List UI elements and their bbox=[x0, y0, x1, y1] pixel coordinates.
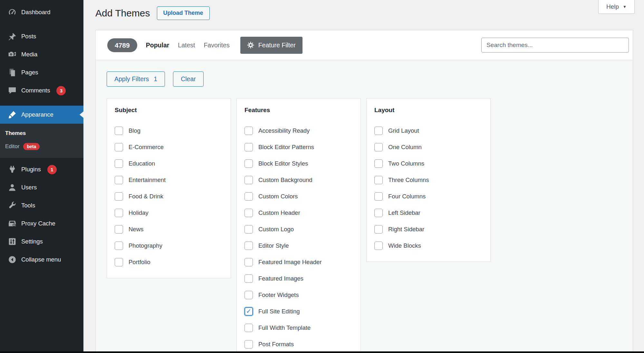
filter-option-label[interactable]: Custom Logo bbox=[258, 226, 294, 233]
sidebar-item-settings[interactable]: Settings bbox=[0, 233, 83, 251]
sidebar-item-comments[interactable]: Comments 3 bbox=[0, 81, 83, 100]
sidebar-item-users[interactable]: Users bbox=[0, 178, 83, 196]
filter-option-custom-logo: Custom Logo bbox=[245, 221, 353, 237]
filter-option-label[interactable]: Photography bbox=[129, 242, 162, 249]
filter-option-label[interactable]: Left Sidebar bbox=[388, 209, 420, 216]
filter-option-label[interactable]: Full Width Template bbox=[258, 324, 311, 331]
notification-badge: 3 bbox=[56, 86, 66, 95]
clear-filters-button[interactable]: Clear bbox=[173, 72, 204, 87]
filter-option-label[interactable]: Custom Header bbox=[258, 209, 300, 216]
user-icon bbox=[8, 183, 16, 192]
checkbox[interactable] bbox=[115, 258, 123, 266]
filter-option-label[interactable]: Post Formats bbox=[258, 341, 294, 348]
filter-option-label[interactable]: Food & Drink bbox=[129, 193, 163, 200]
checkbox[interactable] bbox=[374, 176, 383, 184]
search-themes-input[interactable] bbox=[481, 38, 629, 52]
checkbox[interactable] bbox=[245, 324, 253, 332]
filter-option-label[interactable]: Blog bbox=[129, 127, 140, 134]
sidebar-item-appearance[interactable]: Appearance bbox=[0, 106, 83, 124]
sidebar-subitem-editor[interactable]: Editor beta bbox=[0, 140, 83, 153]
filter-groups: Subject Blog E-Commerce Education Entert… bbox=[107, 98, 622, 353]
checkbox[interactable] bbox=[245, 176, 253, 184]
sidebar-item-dashboard[interactable]: Dashboard bbox=[0, 3, 83, 21]
filter-link-favorites[interactable]: Favorites bbox=[204, 42, 229, 49]
filter-option-label[interactable]: Two Columns bbox=[388, 160, 424, 167]
checkbox[interactable] bbox=[374, 209, 383, 217]
filter-option-label[interactable]: Block Editor Styles bbox=[258, 160, 308, 167]
sidebar-item-pages[interactable]: Pages bbox=[0, 63, 83, 81]
checkbox[interactable] bbox=[245, 209, 253, 217]
filter-option-label[interactable]: Footer Widgets bbox=[258, 291, 299, 299]
gear-icon bbox=[247, 42, 254, 49]
plug-icon bbox=[8, 165, 16, 174]
checkbox[interactable] bbox=[245, 127, 253, 135]
filter-option-label[interactable]: Four Columns bbox=[388, 193, 426, 200]
filter-drawer: Apply Filters 1 Clear Subject Blog E-Com… bbox=[96, 60, 633, 353]
checkbox[interactable] bbox=[374, 127, 383, 135]
filter-option-label[interactable]: Entertainment bbox=[129, 176, 166, 184]
filter-option-custom-header: Custom Header bbox=[245, 205, 353, 221]
filter-option-label[interactable]: Right Sidebar bbox=[388, 226, 424, 233]
checkbox[interactable] bbox=[115, 176, 123, 184]
sidebar-item-tools[interactable]: Tools bbox=[0, 196, 83, 215]
filter-option-label[interactable]: Custom Background bbox=[258, 176, 312, 184]
filter-option-custom-background: Custom Background bbox=[245, 172, 353, 188]
checkbox[interactable] bbox=[374, 225, 383, 234]
checkbox[interactable] bbox=[115, 192, 123, 201]
filter-option-label[interactable]: Education bbox=[129, 160, 155, 167]
checkbox[interactable] bbox=[245, 242, 253, 250]
filter-option-label[interactable]: Featured Images bbox=[258, 275, 303, 282]
checkbox[interactable] bbox=[245, 258, 253, 266]
filter-option-label[interactable]: Custom Colors bbox=[258, 193, 298, 200]
checkbox[interactable] bbox=[115, 242, 123, 250]
filter-option-label[interactable]: One Column bbox=[388, 144, 422, 151]
filter-option-label[interactable]: Featured Image Header bbox=[258, 259, 322, 266]
checkbox[interactable] bbox=[115, 143, 123, 151]
checkbox[interactable] bbox=[245, 225, 253, 234]
checkbox[interactable] bbox=[115, 225, 123, 234]
checkbox[interactable] bbox=[374, 242, 383, 250]
checkbox[interactable] bbox=[374, 192, 383, 201]
sidebar-item-media[interactable]: Media bbox=[0, 45, 83, 63]
filter-option-label[interactable]: Portfolio bbox=[129, 259, 150, 266]
checkbox[interactable] bbox=[115, 159, 123, 168]
wrench-icon bbox=[8, 201, 16, 210]
sidebar-item-posts[interactable]: Posts bbox=[0, 27, 83, 45]
filter-option-label[interactable]: Accessibility Ready bbox=[258, 127, 310, 134]
page-title: Add Themes bbox=[95, 8, 150, 19]
filter-link-popular[interactable]: Popular bbox=[146, 42, 169, 49]
pushpin-icon bbox=[8, 32, 16, 41]
upload-theme-button[interactable]: Upload Theme bbox=[157, 6, 210, 20]
checkbox[interactable] bbox=[245, 192, 253, 201]
camera-icon bbox=[8, 50, 16, 59]
filter-option-portfolio: Portfolio bbox=[115, 254, 223, 270]
checkbox[interactable] bbox=[245, 143, 253, 151]
filter-option-label[interactable]: Full Site Editing bbox=[258, 308, 300, 315]
apply-filters-button[interactable]: Apply Filters 1 bbox=[107, 72, 165, 87]
filter-option-label[interactable]: Wide Blocks bbox=[388, 242, 421, 249]
sidebar-item-collapse-menu[interactable]: Collapse menu bbox=[0, 251, 83, 269]
sidebar-item-plugins[interactable]: Plugins 1 bbox=[0, 160, 83, 178]
feature-filter-button[interactable]: Feature Filter bbox=[240, 37, 303, 54]
checkbox[interactable] bbox=[374, 143, 383, 151]
sidebar-item-proxy-cache[interactable]: Proxy Cache bbox=[0, 215, 83, 233]
checkbox[interactable] bbox=[115, 127, 123, 135]
filter-option-label[interactable]: Editor Style bbox=[258, 242, 289, 249]
filter-option-label[interactable]: Grid Layout bbox=[388, 127, 419, 134]
checkbox[interactable] bbox=[374, 159, 383, 168]
filter-option-label[interactable]: E-Commerce bbox=[129, 144, 164, 151]
checkbox[interactable] bbox=[245, 340, 253, 348]
sidebar-subitem-themes[interactable]: Themes bbox=[0, 127, 83, 140]
checkbox[interactable] bbox=[245, 291, 253, 299]
appearance-submenu: Themes Editor beta bbox=[0, 124, 83, 158]
filter-option-label[interactable]: Block Editor Patterns bbox=[258, 144, 314, 151]
filter-option-label[interactable]: News bbox=[129, 226, 143, 233]
checkbox[interactable] bbox=[245, 274, 253, 283]
checkbox[interactable] bbox=[245, 307, 253, 316]
help-dropdown[interactable]: Help ▼ bbox=[598, 0, 635, 14]
filter-option-label[interactable]: Three Columns bbox=[388, 176, 429, 184]
filter-option-label[interactable]: Holiday bbox=[129, 209, 149, 216]
checkbox[interactable] bbox=[115, 209, 123, 217]
checkbox[interactable] bbox=[245, 159, 253, 168]
filter-link-latest[interactable]: Latest bbox=[178, 42, 195, 49]
